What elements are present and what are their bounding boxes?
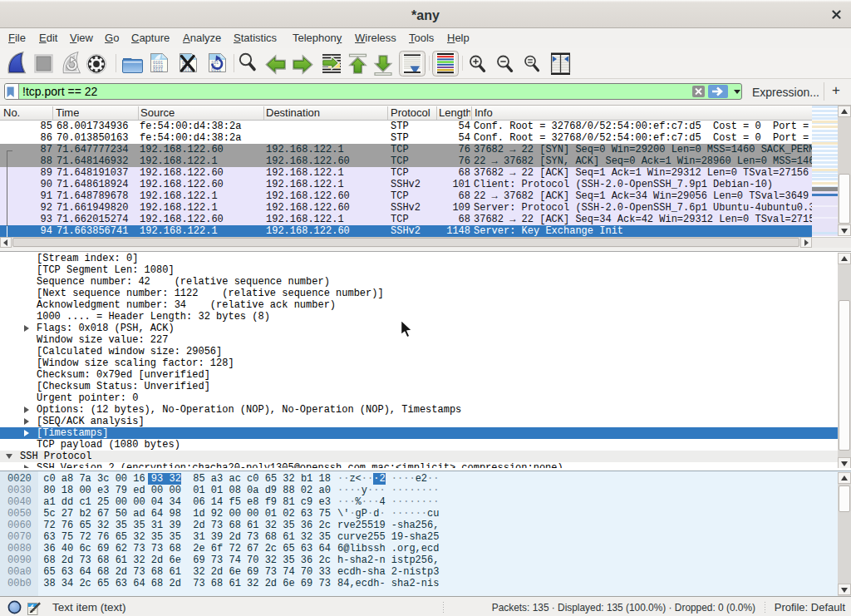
svg-text:0111: 0111 xyxy=(153,68,163,73)
